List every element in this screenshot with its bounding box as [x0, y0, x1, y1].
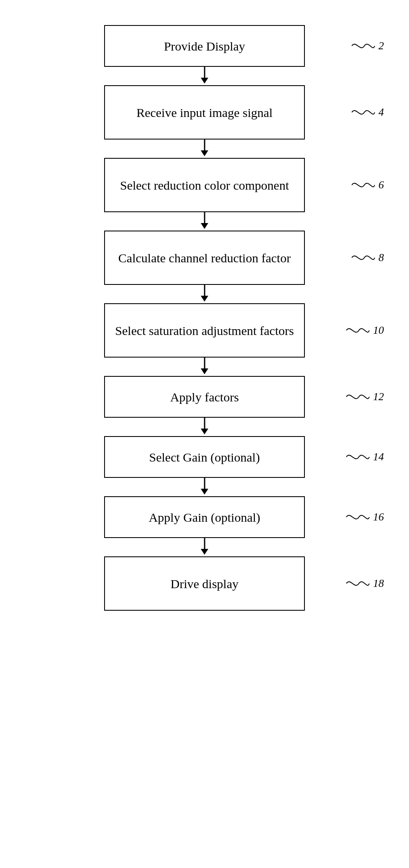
arrow-6	[104, 418, 305, 436]
arrow-2	[104, 140, 305, 158]
arrow-8	[104, 538, 305, 556]
step-row-3: Select reduction color component 6	[0, 158, 409, 212]
box-apply-factors: Apply factors	[104, 376, 305, 418]
ref-number-2: 4	[378, 106, 384, 119]
step-row-2: Receive input image signal 4	[0, 85, 409, 140]
flow-column: Provide Display 2 Receive input image si…	[0, 25, 409, 611]
diagram-container: Provide Display 2 Receive input image si…	[0, 0, 409, 868]
step-row-7: Select Gain (optional) 14	[0, 436, 409, 478]
arrow-head-2	[201, 150, 208, 156]
box-receive-input: Receive input image signal	[104, 85, 305, 140]
ref-number-9: 18	[373, 577, 384, 590]
ref-group-7: 14	[346, 449, 384, 465]
squiggle-5	[346, 322, 371, 339]
squiggle-7	[346, 449, 371, 465]
box-provide-display: Provide Display	[104, 25, 305, 67]
label-apply-factors: Apply factors	[170, 389, 239, 405]
box-drive-display: Drive display	[104, 556, 305, 611]
ref-number-6: 12	[373, 391, 384, 403]
arrow-head-4	[201, 296, 208, 302]
ref-group-1: 2	[352, 38, 384, 54]
squiggle-9	[346, 575, 371, 592]
label-select-saturation: Select saturation adjustment factors	[115, 322, 294, 339]
arrow-head-5	[201, 368, 208, 374]
step-row-8: Apply Gain (optional) 16	[0, 496, 409, 538]
ref-group-5: 10	[346, 322, 384, 339]
squiggle-1	[352, 38, 377, 54]
arrow-3	[104, 212, 305, 231]
step-row-1: Provide Display 2	[0, 25, 409, 67]
label-apply-gain: Apply Gain (optional)	[149, 509, 261, 525]
arrow-4	[104, 285, 305, 303]
box-apply-gain: Apply Gain (optional)	[104, 496, 305, 538]
label-provide-display: Provide Display	[164, 38, 245, 54]
ref-group-8: 16	[346, 509, 384, 525]
label-select-reduction: Select reduction color component	[120, 177, 289, 193]
step-row-4: Calculate channel reduction factor 8	[0, 231, 409, 285]
step-row-6: Apply factors 12	[0, 376, 409, 418]
ref-group-4: 8	[352, 249, 384, 266]
label-calculate-channel: Calculate channel reduction factor	[118, 250, 291, 266]
arrow-1	[104, 67, 305, 85]
ref-number-4: 8	[378, 251, 384, 264]
box-calculate-channel: Calculate channel reduction factor	[104, 231, 305, 285]
squiggle-4	[352, 249, 377, 266]
squiggle-8	[346, 509, 371, 525]
step-row-9: Drive display 18	[0, 556, 409, 611]
label-receive-input: Receive input image signal	[136, 104, 273, 121]
ref-number-7: 14	[373, 451, 384, 463]
arrow-head-8	[201, 549, 208, 555]
arrow-7	[104, 478, 305, 496]
ref-group-2: 4	[352, 104, 384, 121]
arrow-head-3	[201, 223, 208, 229]
ref-number-3: 6	[378, 179, 384, 191]
arrow-head-1	[201, 78, 208, 84]
squiggle-2	[352, 104, 377, 121]
box-select-saturation: Select saturation adjustment factors	[104, 303, 305, 358]
ref-group-6: 12	[346, 388, 384, 405]
arrow-head-7	[201, 489, 208, 495]
box-select-gain: Select Gain (optional)	[104, 436, 305, 478]
ref-number-8: 16	[373, 511, 384, 523]
label-select-gain: Select Gain (optional)	[149, 449, 260, 465]
ref-group-3: 6	[352, 177, 384, 193]
ref-number-1: 2	[378, 40, 384, 52]
box-select-reduction: Select reduction color component	[104, 158, 305, 212]
ref-group-9: 18	[346, 575, 384, 592]
squiggle-6	[346, 388, 371, 405]
arrow-5	[104, 358, 305, 376]
step-row-5: Select saturation adjustment factors 10	[0, 303, 409, 358]
arrow-head-6	[201, 429, 208, 434]
squiggle-3	[352, 177, 377, 193]
ref-number-5: 10	[373, 324, 384, 337]
label-drive-display: Drive display	[171, 576, 238, 592]
